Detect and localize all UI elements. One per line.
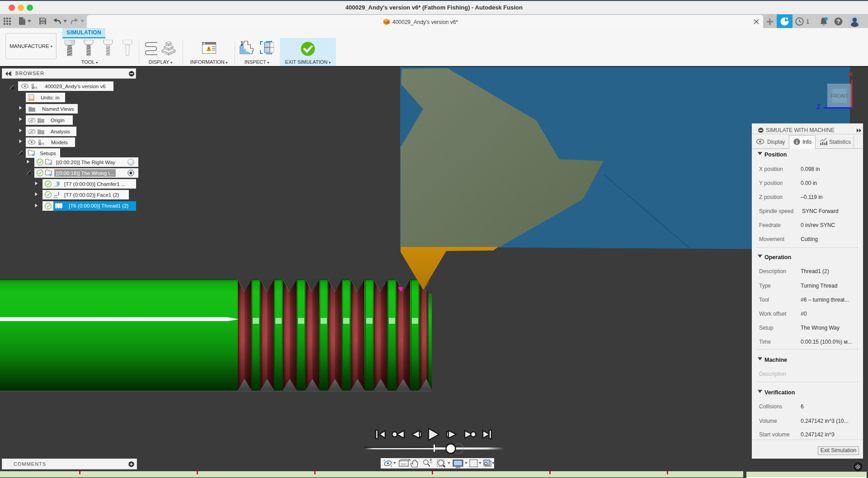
- svg-text:?: ?: [837, 18, 840, 25]
